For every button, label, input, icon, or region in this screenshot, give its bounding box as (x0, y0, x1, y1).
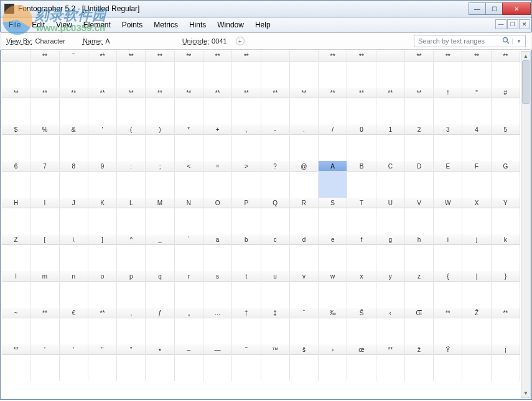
glyph-cell[interactable]: ** (2, 88, 30, 124)
glyph-cell[interactable]: y (376, 271, 405, 308)
glyph-cell[interactable]: ‹ (376, 308, 405, 344)
glyph-cell[interactable]: [ (30, 234, 59, 271)
glyph-cell[interactable]: ? (261, 161, 290, 198)
glyph-cell[interactable]: \ (60, 234, 88, 271)
glyph-cell[interactable]: S (319, 198, 347, 234)
glyph-cell[interactable]: Y (492, 198, 520, 234)
glyph-cell[interactable]: j (462, 234, 491, 271)
glyph-cell[interactable]: ** (319, 51, 347, 88)
glyph-cell[interactable]: ** (117, 88, 146, 124)
glyph-cell[interactable]: ** (492, 308, 520, 344)
glyph-cell[interactable]: + (203, 124, 232, 161)
glyph-cell[interactable]: _ (146, 234, 174, 271)
glyph-grid[interactable]: **‾*************************************… (2, 51, 520, 381)
glyph-cell[interactable]: N (175, 198, 203, 234)
glyph-cell[interactable]: 3 (434, 124, 462, 161)
glyph-cell[interactable]: ** (88, 51, 117, 88)
glyph-cell[interactable]: v (290, 271, 319, 308)
glyph-cell[interactable]: l (2, 271, 30, 308)
glyph-cell[interactable]: Ÿ (434, 344, 462, 381)
glyph-cell[interactable]: s (203, 271, 232, 308)
glyph-cell[interactable]: t (232, 271, 261, 308)
glyph-cell[interactable]: r (175, 271, 203, 308)
glyph-cell[interactable]: ¡ (492, 344, 520, 381)
glyph-cell[interactable]: ; (146, 161, 174, 198)
glyph-cell[interactable]: Ž (462, 308, 491, 344)
glyph-cell[interactable]: ** (175, 51, 203, 88)
glyph-cell[interactable]: ** (232, 51, 261, 88)
glyph-cell[interactable] (261, 51, 290, 88)
glyph-cell[interactable]: „ (175, 308, 203, 344)
glyph-cell[interactable]: ** (30, 51, 59, 88)
scroll-thumb[interactable] (522, 60, 530, 104)
glyph-cell[interactable]: T (347, 198, 376, 234)
menu-element[interactable]: Element (78, 19, 116, 31)
glyph-cell[interactable]: h (405, 234, 434, 271)
glyph-cell[interactable]: n (60, 271, 88, 308)
unicode-label[interactable]: Unicode: (182, 37, 209, 45)
glyph-cell[interactable]: ** (434, 51, 462, 88)
glyph-cell[interactable]: ' (60, 344, 88, 381)
glyph-cell[interactable]: ~ (2, 308, 30, 344)
glyph-cell[interactable]: O (203, 198, 232, 234)
glyph-cell[interactable]: z (405, 271, 434, 308)
glyph-cell[interactable] (2, 51, 30, 88)
glyph-cell[interactable]: ** (290, 88, 319, 124)
glyph-cell[interactable]: š (290, 344, 319, 381)
glyph-cell[interactable]: • (146, 344, 174, 381)
glyph-cell[interactable]: ‾ (60, 51, 88, 88)
glyph-cell[interactable]: p (117, 271, 146, 308)
glyph-cell[interactable]: € (60, 308, 88, 344)
glyph-cell[interactable]: 1 (376, 124, 405, 161)
mdi-restore-button[interactable]: ❐ (507, 19, 518, 29)
search-input[interactable]: Search by text ranges ▼ (414, 35, 526, 47)
glyph-cell[interactable]: 6 (2, 161, 30, 198)
glyph-cell[interactable]: # (492, 88, 520, 124)
viewby-label[interactable]: View By: (6, 37, 33, 45)
glyph-cell[interactable]: ** (405, 88, 434, 124)
glyph-cell[interactable]: ** (2, 344, 30, 381)
glyph-cell[interactable]: g (376, 234, 405, 271)
glyph-cell[interactable]: ` (175, 234, 203, 271)
glyph-cell[interactable]: x (347, 271, 376, 308)
glyph-cell[interactable]: J (60, 198, 88, 234)
glyph-cell[interactable]: q (146, 271, 174, 308)
glyph-cell[interactable]: ‚ (117, 308, 146, 344)
glyph-cell[interactable]: 8 (60, 161, 88, 198)
glyph-cell[interactable]: / (319, 124, 347, 161)
glyph-cell[interactable]: ** (203, 51, 232, 88)
glyph-cell[interactable]: ' (30, 344, 59, 381)
glyph-cell[interactable]: w (319, 271, 347, 308)
glyph-cell[interactable]: – (175, 344, 203, 381)
glyph-cell[interactable]: ** (405, 51, 434, 88)
glyph-cell[interactable]: a (203, 234, 232, 271)
glyph-cell[interactable]: " (88, 344, 117, 381)
glyph-cell[interactable]: : (117, 161, 146, 198)
menu-edit[interactable]: Edit (26, 19, 50, 31)
glyph-cell[interactable]: u (261, 271, 290, 308)
minimize-button[interactable]: — (469, 2, 486, 15)
glyph-cell[interactable]: k (492, 234, 520, 271)
glyph-cell[interactable]: K (88, 198, 117, 234)
glyph-cell[interactable]: . (290, 124, 319, 161)
glyph-cell[interactable]: C (376, 161, 405, 198)
glyph-cell[interactable]: H (2, 198, 30, 234)
glyph-cell[interactable]: ** (88, 88, 117, 124)
glyph-cell[interactable]: ‰ (319, 308, 347, 344)
close-button[interactable]: ✕ (502, 2, 531, 15)
glyph-cell[interactable]: œ (347, 344, 376, 381)
glyph-cell[interactable]: % (30, 124, 59, 161)
glyph-cell[interactable]: ^ (117, 234, 146, 271)
glyph-cell[interactable]: 4 (462, 124, 491, 161)
glyph-cell[interactable]: Q (261, 198, 290, 234)
glyph-cell[interactable]: I (30, 198, 59, 234)
glyph-cell[interactable]: — (203, 344, 232, 381)
glyph-cell[interactable]: A (319, 161, 347, 198)
menu-view[interactable]: View (50, 19, 78, 31)
glyph-cell[interactable]: ** (347, 88, 376, 124)
glyph-cell[interactable]: X (462, 198, 491, 234)
glyph-cell[interactable]: B (347, 161, 376, 198)
glyph-cell[interactable]: > (232, 161, 261, 198)
glyph-cell[interactable]: … (203, 308, 232, 344)
scroll-up-icon[interactable]: ▲ (521, 52, 530, 60)
